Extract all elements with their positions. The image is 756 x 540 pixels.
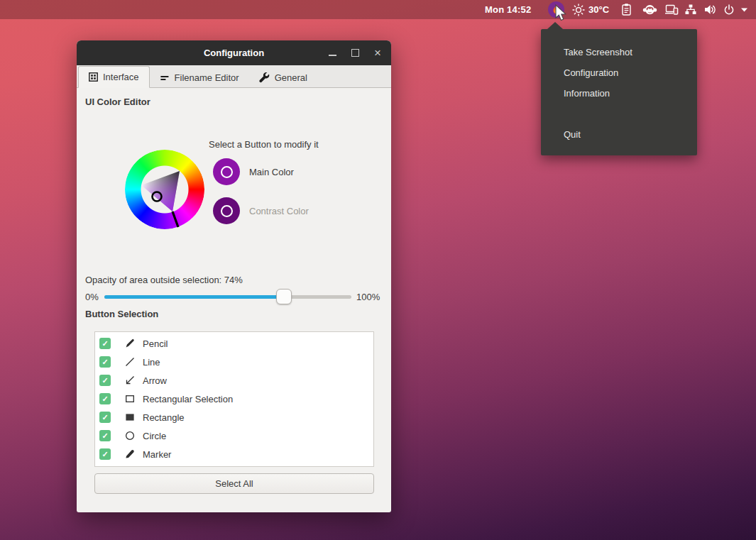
select-all-button[interactable]: Select All <box>94 473 374 494</box>
minimize-button[interactable] <box>326 47 339 60</box>
monkey-tray-icon[interactable] <box>642 0 657 19</box>
circle-ring-icon <box>221 166 233 178</box>
configuration-window: Configuration × Interface <box>77 40 391 512</box>
list-item-rectangle[interactable]: Rectangle <box>95 408 373 426</box>
circle-icon <box>124 430 136 441</box>
tab-interface-label: Interface <box>103 72 139 82</box>
select-all-label: Select All <box>215 478 253 489</box>
pencil-icon <box>124 338 136 349</box>
list-item-arrow[interactable]: Arrow <box>95 371 373 390</box>
devices-tray-icon[interactable] <box>664 0 679 19</box>
tool-label: Pencil <box>143 338 168 349</box>
power-tray-icon[interactable] <box>723 0 735 19</box>
clock[interactable]: Mon 14:52 <box>485 0 531 19</box>
checkbox-checked[interactable] <box>99 338 111 349</box>
titlebar[interactable]: Configuration × <box>77 40 391 65</box>
arrow-icon <box>124 375 136 386</box>
maximize-button[interactable] <box>349 47 361 60</box>
maximize-icon <box>351 49 359 57</box>
clipboard-icon <box>620 3 632 16</box>
weather-indicator[interactable]: 30°C <box>572 0 609 19</box>
color-wheel[interactable] <box>125 150 204 229</box>
list-item-partial[interactable] <box>95 463 373 467</box>
tool-label: Rectangular Selection <box>143 394 233 404</box>
menu-item-quit[interactable]: Quit <box>541 124 697 145</box>
hsv-triangle[interactable] <box>125 150 204 229</box>
mouse-cursor <box>555 4 569 26</box>
window-controls: × <box>326 40 384 65</box>
wrench-icon <box>259 72 270 83</box>
tab-filename-editor[interactable]: Filename Editor <box>150 67 249 87</box>
tab-filename-editor-label: Filename Editor <box>175 72 239 83</box>
contrast-color-button[interactable] <box>213 197 240 224</box>
hue-marker[interactable] <box>172 211 178 227</box>
weather-sun-icon <box>572 4 585 16</box>
power-icon <box>723 4 735 16</box>
slider-fill <box>104 295 284 299</box>
interface-grid-icon <box>89 72 98 82</box>
list-item-pencil[interactable]: Pencil <box>95 334 373 353</box>
tab-bar: Interface Filename Editor General <box>77 65 391 88</box>
panel-chevron[interactable] <box>741 0 747 19</box>
volume-tray-icon[interactable] <box>703 0 717 19</box>
tool-label: Rectangle <box>143 412 185 423</box>
tool-label: Arrow <box>143 375 167 386</box>
minimize-icon <box>329 50 336 56</box>
checkbox-checked[interactable] <box>99 375 111 386</box>
close-button[interactable]: × <box>371 47 384 60</box>
slider-handle[interactable] <box>276 289 292 304</box>
rect-selection-icon <box>124 393 136 404</box>
tool-label: Circle <box>143 431 166 441</box>
clipboard-tray-icon[interactable] <box>620 0 632 19</box>
devices-icon <box>664 4 679 16</box>
opacity-label: Opacity of area outside selection: 74% <box>85 275 243 285</box>
marker-icon <box>124 448 136 460</box>
ui-color-editor-title: UI Color Editor <box>85 97 150 107</box>
tool-label: Line <box>143 357 160 368</box>
checkbox-checked[interactable] <box>99 412 111 423</box>
main-color-button[interactable] <box>213 158 240 185</box>
checkbox-checked[interactable] <box>99 356 111 368</box>
volume-icon <box>703 4 717 16</box>
window-title: Configuration <box>204 48 264 58</box>
tab-general-label: General <box>275 72 307 83</box>
menu-item-information[interactable]: Information <box>541 83 697 104</box>
line-icon <box>124 356 136 368</box>
flameshot-tray-menu: Take Screenshot Configuration Informatio… <box>541 29 697 155</box>
list-item-line[interactable]: Line <box>95 353 373 371</box>
opacity-slider[interactable] <box>104 295 351 299</box>
list-item-circle[interactable]: Circle <box>95 426 373 445</box>
temperature-label: 30°C <box>588 4 609 15</box>
top-panel: Mon 14:52 30°C <box>0 0 756 19</box>
menu-item-take-screenshot[interactable]: Take Screenshot <box>541 42 697 62</box>
monkey-icon <box>642 4 657 16</box>
list-item-rectangular-selection[interactable]: Rectangular Selection <box>95 390 373 408</box>
network-tray-icon[interactable] <box>684 0 697 19</box>
close-icon: × <box>374 47 381 59</box>
chevron-down-icon <box>741 8 747 12</box>
tab-general[interactable]: General <box>249 67 317 87</box>
main-color-label: Main Color <box>249 167 294 177</box>
checkbox-checked[interactable] <box>99 448 111 460</box>
list-item-marker[interactable]: Marker <box>95 445 373 463</box>
rectangle-icon <box>124 412 136 423</box>
network-icon <box>684 4 697 16</box>
contrast-color-row: Contrast Color <box>213 197 309 224</box>
picker-hint: Select a Button to modify it <box>209 139 319 150</box>
button-selection-list[interactable]: Pencil Line Arrow Rectangula <box>94 331 374 467</box>
tab-interface[interactable]: Interface <box>78 66 150 88</box>
filename-lines-icon <box>160 73 170 82</box>
tool-label: Marker <box>143 449 171 460</box>
menu-item-configuration[interactable]: Configuration <box>541 62 697 83</box>
main-color-row: Main Color <box>213 158 294 185</box>
slider-min-label: 0% <box>85 292 99 302</box>
contrast-color-label: Contrast Color <box>249 206 309 216</box>
circle-ring-icon <box>221 205 233 217</box>
checkbox-checked[interactable] <box>99 430 111 441</box>
checkbox-checked[interactable] <box>99 393 111 404</box>
slider-max-label: 100% <box>356 292 380 302</box>
button-selection-title: Button Selection <box>85 309 158 319</box>
